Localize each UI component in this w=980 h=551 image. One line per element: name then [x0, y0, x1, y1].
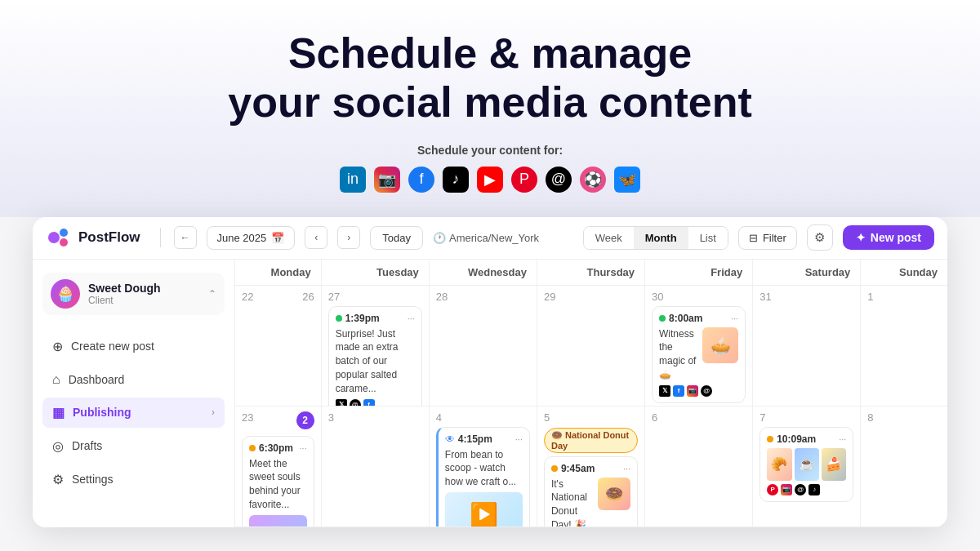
instagram-icon[interactable]: 📷	[374, 167, 400, 193]
sidebar-item-create-new-post[interactable]: ⊕ Create new post	[42, 331, 225, 362]
post-card-wed4[interactable]: 👁 4:15pm ··· From bean to scoop - watch …	[436, 427, 530, 527]
calendar-cell-1[interactable]: 1	[861, 286, 947, 407]
multi-image-row: 🥐 ☕ 🍰	[767, 448, 846, 481]
prev-month-button[interactable]: ‹	[305, 226, 327, 249]
post-more-options[interactable]: ···	[408, 313, 415, 323]
date-27: 27	[328, 291, 340, 303]
date-26: 26	[302, 291, 314, 303]
threads-social-icon-2: @	[701, 385, 712, 397]
sidebar-label-settings: Settings	[72, 473, 114, 486]
tiktok-icon[interactable]: ♪	[443, 167, 469, 193]
post-more-options-2[interactable]: ···	[731, 313, 738, 323]
calendar-cell-30[interactable]: 30 8:00am ··· Witness the magic of 🥧 🥧	[645, 286, 753, 407]
threads-social-icon: @	[350, 399, 361, 407]
date-29: 29	[544, 291, 555, 303]
post-time-4: 4:15pm	[458, 433, 492, 445]
dribbble-icon[interactable]: ⚽	[580, 167, 606, 193]
calendar-cell-31[interactable]: 31	[753, 286, 861, 407]
x-social-icon: 𝕏	[336, 399, 347, 407]
today-button[interactable]: Today	[370, 226, 423, 250]
nav-back-button[interactable]: ←	[174, 226, 197, 249]
month-selector-button[interactable]: June 2025 📅	[207, 226, 296, 250]
post-time-5: 9:45am	[561, 463, 595, 474]
threads-icon[interactable]: @	[546, 167, 572, 193]
calendar-cell-4[interactable]: 4 👁 4:15pm ··· From bean to scoop - watc…	[430, 407, 537, 527]
date-7: 7	[760, 411, 765, 424]
settings-icon: ⚙	[52, 472, 64, 487]
dashboard-icon: ⌂	[52, 372, 60, 387]
day-header-sunday: Sunday	[861, 260, 947, 285]
calendar-cell-23[interactable]: 23 2 6:30pm ··· Meet the sweet souls beh…	[235, 407, 322, 527]
hero-title: Schedule & manage your social media cont…	[16, 29, 964, 127]
date-4: 4	[436, 411, 442, 424]
bluesky-icon[interactable]: 🦋	[614, 167, 640, 193]
sidebar-item-publishing[interactable]: ▦ Publishing ›	[42, 398, 225, 428]
post-socials-2: 𝕏 f 📷 @	[659, 385, 738, 397]
month-view-button[interactable]: Month	[634, 227, 688, 249]
post-card-fri30[interactable]: 8:00am ··· Witness the magic of 🥧 🥧 𝕏 f …	[652, 306, 746, 403]
app-header: PostFlow ← June 2025 📅 ‹ › Today 🕐 Ameri…	[33, 217, 947, 260]
date-3: 3	[328, 411, 334, 424]
client-card[interactable]: 🧁 Sweet Dough Client ⌃	[42, 273, 225, 315]
week-view-button[interactable]: Week	[584, 227, 634, 249]
sidebar-label-create-new-post: Create new post	[71, 340, 154, 353]
sidebar-item-dashboard[interactable]: ⌂ Dashboard	[42, 365, 225, 394]
post-more-options-6[interactable]: ···	[839, 434, 846, 444]
app-name: PostFlow	[78, 229, 140, 246]
post-more-options-4[interactable]: ···	[515, 434, 523, 444]
status-dot-green	[336, 315, 342, 322]
tiktok-icon-3: ♪	[808, 484, 820, 495]
svg-point-0	[48, 232, 60, 243]
post-card-mon23[interactable]: 6:30pm ··· Meet the sweet souls behind y…	[242, 436, 314, 527]
filter-button[interactable]: ⊟ Filter	[738, 226, 797, 250]
sidebar-item-settings[interactable]: ⚙ Settings	[42, 464, 225, 495]
post-card-sat7[interactable]: 10:09am ··· 🥐 ☕ 🍰 P 📷 @ ♪	[760, 427, 853, 502]
img-2: ☕	[795, 448, 819, 481]
date-23: 23	[242, 411, 253, 424]
calendar-cell-7[interactable]: 7 10:09am ··· 🥐 ☕ 🍰 P	[753, 407, 861, 527]
video-thumbnail: ▶️	[445, 492, 523, 527]
date-28: 28	[436, 291, 448, 303]
date-30: 30	[652, 291, 663, 303]
calendar-cell-22-26[interactable]: 22 26	[235, 286, 322, 407]
facebook-social-icon-2: f	[673, 385, 684, 397]
post-more-options-3[interactable]: ···	[300, 443, 307, 453]
post-text-4: From bean to scoop - watch how we craft …	[445, 448, 523, 489]
calendar-grid: 22 26 27 1:39pm ··· Surprise! Just made …	[235, 286, 947, 527]
date-5: 5	[544, 411, 550, 424]
sidebar-item-drafts[interactable]: ◎ Drafts	[42, 431, 225, 461]
date-badge-2: 2	[296, 411, 314, 429]
pinterest-icon[interactable]: P	[511, 167, 537, 193]
settings-button[interactable]: ⚙	[807, 224, 833, 251]
facebook-icon[interactable]: f	[408, 167, 434, 193]
hero-section: Schedule & manage your social media cont…	[0, 0, 980, 217]
post-card-1[interactable]: 1:39pm ··· Surprise! Just made an extra …	[328, 306, 422, 407]
social-icons-row: in 📷 f ♪ ▶ P @ ⚽ 🦋	[16, 167, 964, 193]
calendar-cell-28[interactable]: 28	[430, 286, 537, 407]
post-card-thu5[interactable]: 9:45am ··· It's National Donut Day! 🎉 Bu…	[544, 456, 638, 527]
post-time-3: 6:30pm	[259, 442, 293, 454]
next-month-button[interactable]: ›	[337, 226, 360, 249]
day-header-monday: Monday	[235, 260, 322, 285]
x-social-icon-2: 𝕏	[659, 385, 670, 397]
calendar-cell-29[interactable]: 29	[537, 286, 645, 407]
calendar-cell-6[interactable]: 6	[645, 407, 753, 527]
chevron-up-icon: ⌃	[208, 288, 216, 300]
client-info: Sweet Dough Client	[88, 282, 200, 306]
date-1: 1	[867, 291, 873, 303]
youtube-icon[interactable]: ▶	[477, 167, 503, 193]
calendar-cell-5[interactable]: 5 🍩 National Donut Day 9:45am ··· It's N…	[537, 407, 645, 527]
eye-status-icon: 👁	[445, 433, 455, 445]
publishing-icon: ▦	[52, 405, 65, 420]
sidebar: 🧁 Sweet Dough Client ⌃ ⊕ Create new post…	[33, 260, 235, 527]
img-1: 🥐	[767, 448, 791, 481]
calendar-cell-27[interactable]: 27 1:39pm ··· Surprise! Just made an ext…	[322, 286, 430, 407]
calendar-cell-8[interactable]: 8	[861, 407, 947, 527]
post-more-options-5[interactable]: ···	[623, 464, 630, 473]
list-view-button[interactable]: List	[688, 227, 728, 249]
new-post-button[interactable]: ✦ New post	[843, 225, 934, 250]
linkedin-icon[interactable]: in	[340, 167, 366, 193]
calendar-cell-3[interactable]: 3	[322, 407, 430, 527]
post-socials-6: P 📷 @ ♪	[767, 484, 846, 495]
client-avatar: 🧁	[51, 279, 80, 309]
